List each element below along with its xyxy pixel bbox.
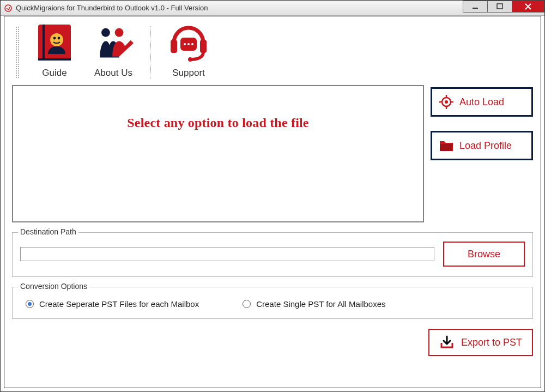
option-separate-label: Create Seperate PST Files for each Mailb… <box>39 299 199 309</box>
app-icon <box>4 4 13 13</box>
conversion-legend: Conversion Options <box>18 282 89 291</box>
option-separate-pst[interactable]: Create Seperate PST Files for each Mailb… <box>26 299 199 309</box>
svg-point-9 <box>101 28 110 37</box>
main-row: Select any option to load the file Auto … <box>12 85 533 222</box>
export-icon <box>439 335 455 350</box>
load-profile-button[interactable]: Load Profile <box>431 131 533 160</box>
export-row: Export to PST <box>12 329 533 356</box>
window-controls <box>463 1 544 15</box>
svg-rect-1 <box>473 8 478 9</box>
svg-rect-2 <box>497 4 502 9</box>
close-button[interactable] <box>512 1 544 13</box>
client-area: Guide About Us <box>4 16 541 388</box>
destination-group: Destination Path Browse <box>12 232 533 277</box>
load-buttons-column: Auto Load Load Profile <box>431 85 533 222</box>
toolbar-grip <box>15 26 20 79</box>
folder-icon <box>439 138 454 153</box>
browse-button[interactable]: Browse <box>443 242 525 267</box>
guide-label: Guide <box>42 68 66 79</box>
conversion-options: Create Seperate PST Files for each Mailb… <box>20 296 525 309</box>
toolbar: Guide About Us <box>12 22 533 85</box>
toolbar-separator <box>150 26 152 79</box>
support-label: Support <box>172 68 205 79</box>
svg-point-17 <box>188 57 192 62</box>
prompt-text: Select any option to load the file <box>13 116 423 130</box>
destination-legend: Destination Path <box>18 227 78 236</box>
target-icon <box>439 94 454 110</box>
svg-point-14 <box>184 43 186 45</box>
file-list-panel: Select any option to load the file <box>12 85 424 222</box>
option-single-pst[interactable]: Create Single PST for All Mailboxes <box>243 299 385 309</box>
guide-icon <box>31 22 78 65</box>
svg-point-0 <box>5 5 11 11</box>
about-button[interactable]: About Us <box>89 22 137 79</box>
svg-point-15 <box>187 43 190 45</box>
load-profile-label: Load Profile <box>459 140 512 152</box>
svg-rect-8 <box>38 58 71 61</box>
support-icon <box>165 22 213 65</box>
radio-icon <box>26 300 34 308</box>
auto-load-label: Auto Load <box>459 97 504 108</box>
svg-point-19 <box>445 100 448 104</box>
conversion-group: Conversion Options Create Seperate PST F… <box>12 287 533 319</box>
svg-point-5 <box>50 33 63 46</box>
svg-point-7 <box>58 37 60 40</box>
svg-rect-4 <box>43 25 45 61</box>
minimize-button[interactable] <box>463 1 488 13</box>
titlebar-left: QuickMigraions for Thunderbird to Outloo… <box>1 4 208 13</box>
svg-point-16 <box>191 43 193 45</box>
export-button[interactable]: Export to PST <box>428 329 533 356</box>
window-title: QuickMigraions for Thunderbird to Outloo… <box>16 4 208 12</box>
destination-input[interactable] <box>20 247 434 261</box>
titlebar[interactable]: QuickMigraions for Thunderbird to Outloo… <box>1 1 544 16</box>
browse-label: Browse <box>468 249 500 260</box>
option-single-label: Create Single PST for All Mailboxes <box>256 299 385 309</box>
svg-point-6 <box>53 37 56 40</box>
radio-icon <box>243 300 251 308</box>
guide-button[interactable]: Guide <box>31 22 78 79</box>
destination-row: Browse <box>20 242 525 267</box>
svg-rect-11 <box>171 40 177 53</box>
auto-load-button[interactable]: Auto Load <box>431 87 533 117</box>
support-button[interactable]: Support <box>165 22 213 79</box>
about-label: About Us <box>94 68 132 79</box>
about-icon <box>89 22 137 65</box>
svg-point-10 <box>115 28 124 37</box>
maximize-button[interactable] <box>487 1 512 13</box>
export-label: Export to PST <box>461 337 522 348</box>
app-window: QuickMigraions for Thunderbird to Outloo… <box>0 0 545 392</box>
